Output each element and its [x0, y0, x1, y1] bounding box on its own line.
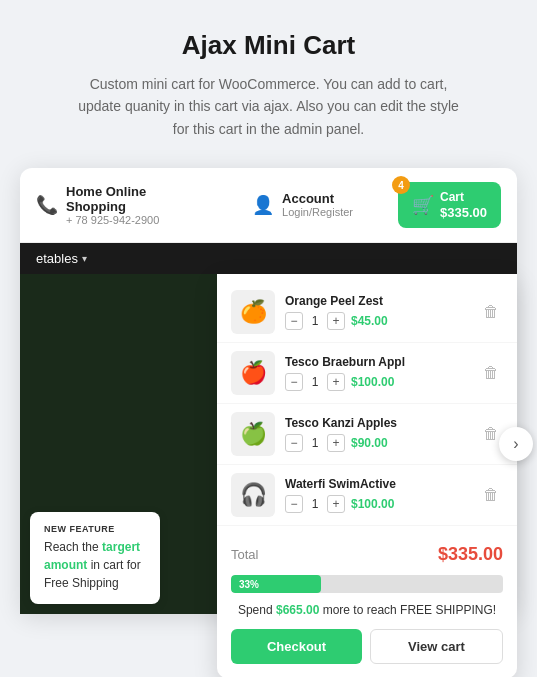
phone-icon: 📞: [36, 194, 58, 216]
item-price-3: $100.00: [351, 497, 394, 511]
item-price-2: $90.00: [351, 436, 388, 450]
account-details: Account Login/Register: [282, 191, 353, 218]
qty-increase-1[interactable]: +: [327, 373, 345, 391]
item-image-1: 🍎: [231, 351, 275, 395]
item-image-0: 🍊: [231, 290, 275, 334]
page-subtitle: Custom mini cart for WooCommerce. You ca…: [69, 73, 469, 140]
item-details-1: Tesco Braeburn Appl − 1 + $100.00: [285, 355, 469, 391]
item-qty-row-3: − 1 + $100.00: [285, 495, 469, 513]
item-details-2: Tesco Kanzi Apples − 1 + $90.00: [285, 416, 469, 452]
qty-value-3: 1: [309, 497, 321, 511]
delete-item-1[interactable]: 🗑: [479, 360, 503, 386]
shipping-prefix: Spend: [238, 603, 276, 617]
qty-decrease-1[interactable]: −: [285, 373, 303, 391]
qty-increase-0[interactable]: +: [327, 312, 345, 330]
page-title: Ajax Mini Cart: [182, 30, 355, 61]
item-name-2: Tesco Kanzi Apples: [285, 416, 469, 430]
cart-label: Cart: [440, 190, 487, 204]
account-label: Account: [282, 191, 353, 206]
cart-footer: Total $335.00 33% Spend $665.00 more to …: [217, 534, 517, 677]
item-price-1: $100.00: [351, 375, 394, 389]
qty-decrease-3[interactable]: −: [285, 495, 303, 513]
login-register-link[interactable]: Login/Register: [282, 206, 353, 218]
qty-increase-2[interactable]: +: [327, 434, 345, 452]
store-name: Home Online Shopping: [66, 184, 207, 214]
view-cart-button[interactable]: View cart: [370, 629, 503, 664]
cart-actions: Checkout View cart: [231, 629, 503, 664]
cart-button-details: Cart $335.00: [440, 190, 487, 219]
nav-item-label: etables: [36, 251, 78, 266]
next-arrow-button[interactable]: ›: [499, 427, 533, 461]
cart-button[interactable]: 4 🛒 Cart $335.00: [398, 182, 501, 227]
phone-details: Home Online Shopping + 78 925-942-2900: [66, 184, 207, 226]
nav-item-vegetables[interactable]: etables ▾: [36, 251, 87, 266]
cart-total-header: $335.00: [440, 205, 487, 220]
chevron-down-icon: ▾: [82, 253, 87, 264]
item-image-3: 🎧: [231, 473, 275, 517]
qty-increase-3[interactable]: +: [327, 495, 345, 513]
cart-items-list: 🍊 Orange Peel Zest − 1 + $45.00 🗑: [217, 274, 517, 534]
item-details-0: Orange Peel Zest − 1 + $45.00: [285, 294, 469, 330]
item-details-3: Waterfi SwimActive − 1 + $100.00: [285, 477, 469, 513]
cart-badge: 4: [392, 176, 410, 194]
shipping-suffix: more to reach FREE SHIPPING!: [319, 603, 496, 617]
qty-value-0: 1: [309, 314, 321, 328]
cart-item: 🍊 Orange Peel Zest − 1 + $45.00 🗑: [217, 282, 517, 343]
progress-label: 33%: [239, 578, 259, 589]
progress-container: 33%: [231, 575, 503, 593]
qty-decrease-2[interactable]: −: [285, 434, 303, 452]
account-icon: 👤: [252, 194, 274, 216]
checkout-button[interactable]: Checkout: [231, 629, 362, 664]
cart-item: 🎧 Waterfi SwimActive − 1 + $100.00 🗑: [217, 465, 517, 526]
delete-item-3[interactable]: 🗑: [479, 482, 503, 508]
nav-row: etables ▾: [20, 243, 517, 274]
header-bar: 📞 Home Online Shopping + 78 925-942-2900…: [20, 168, 517, 242]
browser-frame: 📞 Home Online Shopping + 78 925-942-2900…: [20, 168, 517, 613]
item-name-3: Waterfi SwimActive: [285, 477, 469, 491]
content-area: Fa 🍊 Orange Peel Zest − 1 + $45.00: [20, 274, 517, 614]
total-value: $335.00: [438, 544, 503, 565]
item-name-0: Orange Peel Zest: [285, 294, 469, 308]
nf-text-prefix: Reach the: [44, 540, 102, 554]
item-image-2: 🍏: [231, 412, 275, 456]
qty-value-2: 1: [309, 436, 321, 450]
item-name-1: Tesco Braeburn Appl: [285, 355, 469, 369]
new-feature-callout: NEW FEATURE Reach the targert amount in …: [30, 512, 160, 604]
header-account[interactable]: 👤 Account Login/Register: [217, 191, 388, 218]
cart-item: 🍎 Tesco Braeburn Appl − 1 + $100.00 🗑: [217, 343, 517, 404]
cart-icon: 🛒: [412, 194, 434, 216]
phone-number: + 78 925-942-2900: [66, 214, 207, 226]
new-feature-text: Reach the targert amount in cart for Fre…: [44, 538, 146, 592]
cart-item: 🍏 Tesco Kanzi Apples − 1 + $90.00 🗑: [217, 404, 517, 465]
item-qty-row-2: − 1 + $90.00: [285, 434, 469, 452]
cart-dropdown: 🍊 Orange Peel Zest − 1 + $45.00 🗑: [217, 274, 517, 677]
item-qty-row-1: − 1 + $100.00: [285, 373, 469, 391]
shipping-message: Spend $665.00 more to reach FREE SHIPPIN…: [231, 603, 503, 617]
shipping-amount: $665.00: [276, 603, 319, 617]
delete-item-0[interactable]: 🗑: [479, 299, 503, 325]
new-feature-badge: NEW FEATURE: [44, 524, 146, 534]
header-phone: 📞 Home Online Shopping + 78 925-942-2900: [36, 184, 207, 226]
qty-decrease-0[interactable]: −: [285, 312, 303, 330]
item-price-0: $45.00: [351, 314, 388, 328]
total-label: Total: [231, 547, 258, 562]
qty-value-1: 1: [309, 375, 321, 389]
item-qty-row-0: − 1 + $45.00: [285, 312, 469, 330]
total-row: Total $335.00: [231, 544, 503, 565]
